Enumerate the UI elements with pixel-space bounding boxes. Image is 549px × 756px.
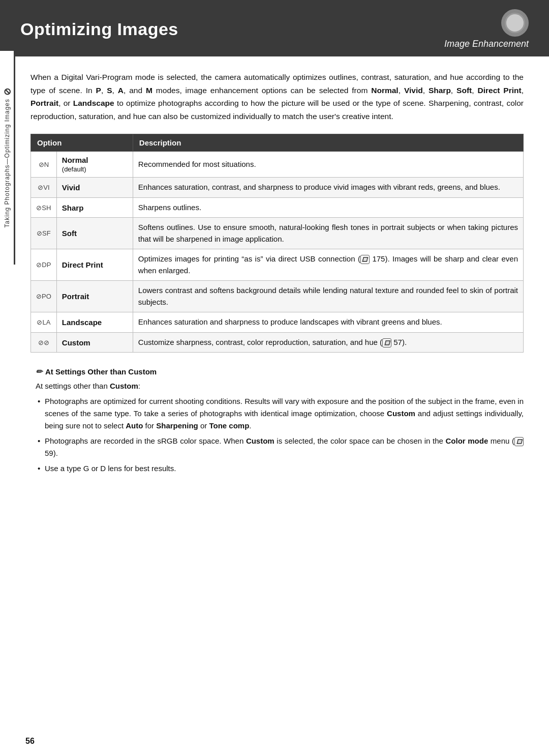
sidebar-tab: ⊘ Taking Photographs—Optimizing Images: [0, 51, 15, 265]
camera-icon: [501, 9, 529, 37]
row-option: Portrait: [56, 281, 133, 312]
list-item: Photographs are optimized for current sh…: [36, 395, 524, 432]
table-row: ⊘DP Direct Print Optimizes images for pr…: [31, 249, 524, 281]
page-number: 56: [25, 737, 35, 746]
row-option: Soft: [56, 218, 133, 249]
notes-heading: ✏ At Settings Other than Custom: [36, 367, 524, 376]
main-content: When a Digital Vari-Program mode is sele…: [0, 56, 549, 493]
pencil-icon: ✏: [36, 367, 42, 376]
table-row: ⊘PO Portrait Lowers contrast and softens…: [31, 281, 524, 312]
row-option: Direct Print: [56, 249, 133, 281]
row-option: Vivid: [56, 178, 133, 198]
row-description: Enhances saturation and sharpness to pro…: [133, 312, 523, 333]
description-header: Description: [133, 134, 523, 152]
row-description: Lowers contrast and softens background d…: [133, 281, 523, 312]
row-icon: ⊘DP: [31, 249, 57, 281]
sidebar-icon: ⊘: [2, 88, 13, 96]
row-option: Landscape: [56, 312, 133, 333]
row-description: Customize sharpness, contrast, color rep…: [133, 332, 523, 353]
table-row: ⊘SH Sharp Sharpens outlines.: [31, 197, 524, 218]
header-subtitle: Image Enhancement: [444, 39, 529, 49]
table-row: ⊘VI Vivid Enhances saturation, contrast,…: [31, 178, 524, 198]
row-option: Sharp: [56, 197, 133, 218]
row-description: Enhances saturation, contrast, and sharp…: [133, 178, 523, 198]
row-description: Optimizes images for printing “as is” vi…: [133, 249, 523, 281]
row-icon: ⊘SH: [31, 197, 57, 218]
table-row: ⊘N Normal(default) Recommended for most …: [31, 152, 524, 178]
row-description: Sharpens outlines.: [133, 197, 523, 218]
page-header: Optimizing Images Image Enhancement: [0, 0, 549, 56]
notes-heading-text: At Settings Other than Custom: [45, 367, 157, 376]
table-row: ⊘LA Landscape Enhances saturation and sh…: [31, 312, 524, 333]
page-title: Optimizing Images: [20, 19, 178, 39]
row-icon: ⊘PO: [31, 281, 57, 312]
row-description: Softens outlines. Use to ensure smooth, …: [133, 218, 523, 249]
list-item: Photographs are recorded in the sRGB col…: [36, 435, 524, 459]
row-option: Normal(default): [56, 152, 133, 178]
sidebar-label: Taking Photographs—Optimizing Images: [4, 99, 11, 227]
row-icon: ⊘⊘: [31, 332, 57, 353]
options-table: Option Description ⊘N Normal(default) Re…: [30, 134, 524, 353]
row-icon: ⊘VI: [31, 178, 57, 198]
notes-section: ✏ At Settings Other than Custom At setti…: [30, 367, 524, 475]
header-right: Image Enhancement: [444, 9, 529, 49]
list-item: Use a type G or D lens for best results.: [36, 462, 524, 475]
intro-paragraph: When a Digital Vari-Program mode is sele…: [30, 71, 524, 123]
row-icon: ⊘SF: [31, 218, 57, 249]
table-row: ⊘⊘ Custom Customize sharpness, contrast,…: [31, 332, 524, 353]
row-icon: ⊘LA: [31, 312, 57, 333]
notes-bullets-list: Photographs are optimized for current sh…: [36, 395, 524, 475]
table-row: ⊘SF Soft Softens outlines. Use to ensure…: [31, 218, 524, 249]
option-header: Option: [31, 134, 133, 152]
row-option: Custom: [56, 332, 133, 353]
row-description: Recommended for most situations.: [133, 152, 523, 178]
notes-subtext: At settings other than Custom:: [36, 381, 524, 392]
camera-lens-icon: [505, 13, 525, 33]
row-icon: ⊘N: [31, 152, 57, 178]
